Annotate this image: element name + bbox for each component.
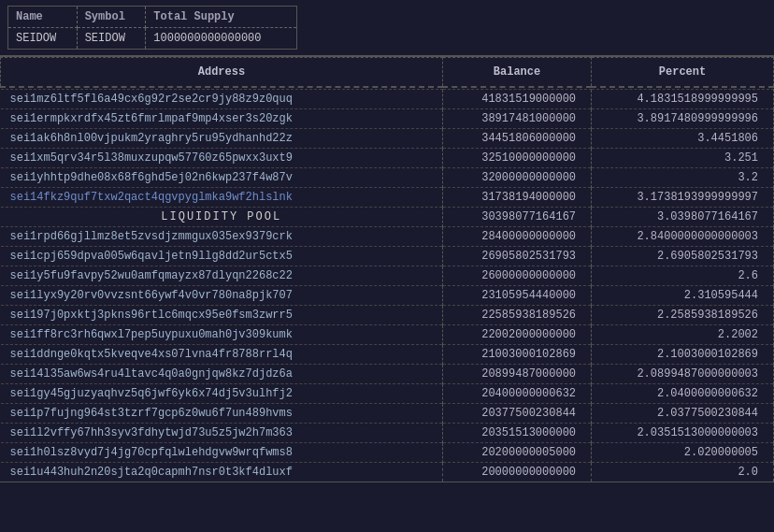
balance-cell: 28400000000000 [442,226,591,246]
token-info-cell: 1000000000000000 [146,28,297,50]
percent-cell: 2.8400000000000003 [592,226,774,246]
address-cell: sei1lyx9y20rv0vvzsnt66ywf4v0vr780na8pjk7… [1,285,443,305]
table-row: sei1cpj659dpva005w6qavljetn9llg8dd2ur5ct… [1,246,774,266]
table-row: sei14fkz9quf7txw2qact4qgvpyglmka9wf2hlsl… [1,187,774,207]
top-section: Name Symbol Total Supply SEIDOWSEIDOW100… [0,6,774,50]
address-cell: sei1l2vffy67hh3syv3fdhytwjd73u5z5jw2h7m3… [1,423,443,442]
address-cell: sei1ff8rc3rh6qwxl7pep5uypuxu0mah0jv309ku… [1,324,443,344]
address-cell: sei14l35aw6ws4ru4ltavc4q0a0gnjqw8kz7djdz… [1,364,443,383]
table-row: LIQUIDITY POOL303980771641673.0398077164… [1,207,774,226]
holders-table: Address Balance Percent sei1mz6ltf5fl6a4… [0,57,774,482]
balance-cell: 20400000000632 [442,383,591,403]
address-cell: sei1p7fujng964st3tzrf7gcp6z0wu6f7un489hv… [1,403,443,423]
balance-cell: 20899487000000 [442,364,591,383]
address-cell: sei1mz6ltf5fl6a49cx6g92r2se2cr9jy88z9z0q… [1,89,443,108]
table-row: sei1p7fujng964st3tzrf7gcp6z0wu6f7un489hv… [1,403,774,423]
percent-cell: 2.2002 [592,324,774,344]
balance-cell: 20200000005000 [442,442,591,462]
table-row: sei1xm5qrv34r5l38muxzupqw57760z65pwxx3ux… [1,148,774,167]
balance-cell: 34451806000000 [442,128,591,148]
col-percent-header: Percent [592,58,774,88]
address-cell: sei14fkz9quf7txw2qact4qgvpyglmka9wf2hlsl… [1,187,443,207]
balance-cell: 22002000000000 [442,324,591,344]
table-row: sei1h0lsz8vyd7j4jg70cpfqlwlehdgvw9wrqfwm… [1,442,774,462]
address-cell: sei1ermpkxrdfx45zt6fmrlmpaf9mp4xser3s20z… [1,108,443,128]
table-row: sei1yhhtp9dhe08x68f6ghd5ej02n6kwp237f4w8… [1,167,774,187]
table-row: sei1ddnge0kqtx5kveqve4xs07lvna4fr8788rrl… [1,344,774,364]
percent-cell: 2.1003000102869 [592,344,774,364]
table-row: sei1y5fu9favpy52wu0amfqmayzx87dlyqn2268c… [1,266,774,285]
percent-cell: 2.0400000000632 [592,383,774,403]
address-cell: sei1ak6h8nl00vjpukm2yraghry5ru95ydhanhd2… [1,128,443,148]
balance-cell: 26905802531793 [442,246,591,266]
address-cell: sei1u443huh2n20sjta2q0capmh7nsr0t3kf4dlu… [1,462,443,482]
balance-cell: 20377500230844 [442,403,591,423]
table-row: sei1ff8rc3rh6qwxl7pep5uypuxu0mah0jv309ku… [1,324,774,344]
percent-cell: 2.0351513000000003 [592,423,774,442]
table-row: sei197j0pxktj3pkns96rtlc6mqcx95e0fsm3zwr… [1,305,774,324]
balance-cell: 22585938189526 [442,305,591,324]
table-row: sei1gy45gjuzyaqhvz5q6jwf6yk6x74dj5v3ulhf… [1,383,774,403]
col-balance-header: Balance [442,58,591,88]
address-cell: sei1rpd66gjllmz8et5zvsdjzmmgux035ex9379c… [1,226,443,246]
balance-cell: 32510000000000 [442,148,591,167]
table-row: sei1lyx9y20rv0vvzsnt66ywf4v0vr780na8pjk7… [1,285,774,305]
token-info-cell: SEIDOW [77,28,146,50]
percent-cell: 3.1738193999999997 [592,187,774,207]
token-info-cell: SEIDOW [8,28,78,50]
balance-cell: 30398077164167 [442,207,591,226]
address-cell: sei197j0pxktj3pkns96rtlc6mqcx95e0fsm3zwr… [1,305,443,324]
balance-cell: 21003000102869 [442,344,591,364]
holders-section: Address Balance Percent sei1mz6ltf5fl6a4… [0,55,774,482]
table-row: sei1ermpkxrdfx45zt6fmrlmpaf9mp4xser3s20z… [1,108,774,128]
table-row: sei14l35aw6ws4ru4ltavc4q0a0gnjqw8kz7djdz… [1,364,774,383]
balance-cell: 41831519000000 [442,89,591,108]
table-row: sei1u443huh2n20sjta2q0capmh7nsr0t3kf4dlu… [1,462,774,482]
address-cell: sei1cpj659dpva005w6qavljetn9llg8dd2ur5ct… [1,246,443,266]
percent-cell: 2.2585938189526 [592,305,774,324]
balance-cell: 31738194000000 [442,187,591,207]
balance-cell: 20351513000000 [442,423,591,442]
address-cell: sei1h0lsz8vyd7j4jg70cpfqlwlehdgvw9wrqfwm… [1,442,443,462]
percent-cell: 3.4451806 [592,128,774,148]
percent-cell: 2.6 [592,266,774,285]
percent-cell: 2.0377500230844 [592,403,774,423]
address-cell: sei1yhhtp9dhe08x68f6ghd5ej02n6kwp237f4w8… [1,167,443,187]
col-symbol-header: Symbol [77,7,146,28]
col-supply-header: Total Supply [146,7,297,28]
percent-cell: 2.0899487000000003 [592,364,774,383]
percent-cell: 3.251 [592,148,774,167]
percent-cell: 3.8917480999999996 [592,108,774,128]
address-cell: LIQUIDITY POOL [1,207,443,226]
table-row: sei1rpd66gjllmz8et5zvsdjzmmgux035ex9379c… [1,226,774,246]
table-row: sei1ak6h8nl00vjpukm2yraghry5ru95ydhanhd2… [1,128,774,148]
percent-cell: 2.0 [592,462,774,482]
col-name-header: Name [8,7,78,28]
percent-cell: 3.2 [592,167,774,187]
percent-cell: 3.0398077164167 [592,207,774,226]
address-cell: sei1ddnge0kqtx5kveqve4xs07lvna4fr8788rrl… [1,344,443,364]
percent-cell: 2.310595444 [592,285,774,305]
token-info-table: Name Symbol Total Supply SEIDOWSEIDOW100… [7,6,297,50]
percent-cell: 2.6905802531793 [592,246,774,266]
address-cell: sei1y5fu9favpy52wu0amfqmayzx87dlyqn2268c… [1,266,443,285]
balance-cell: 23105954440000 [442,285,591,305]
address-cell: sei1gy45gjuzyaqhvz5q6jwf6yk6x74dj5v3ulhf… [1,383,443,403]
table-row: sei1l2vffy67hh3syv3fdhytwjd73u5z5jw2h7m3… [1,423,774,442]
balance-cell: 26000000000000 [442,266,591,285]
address-cell: sei1xm5qrv34r5l38muxzupqw57760z65pwxx3ux… [1,148,443,167]
percent-cell: 4.1831518999999995 [592,89,774,108]
balance-cell: 20000000000000 [442,462,591,482]
balance-cell: 38917481000000 [442,108,591,128]
col-address-header: Address [1,58,443,88]
table-row: sei1mz6ltf5fl6a49cx6g92r2se2cr9jy88z9z0q… [1,89,774,108]
balance-cell: 32000000000000 [442,167,591,187]
percent-cell: 2.020000005 [592,442,774,462]
